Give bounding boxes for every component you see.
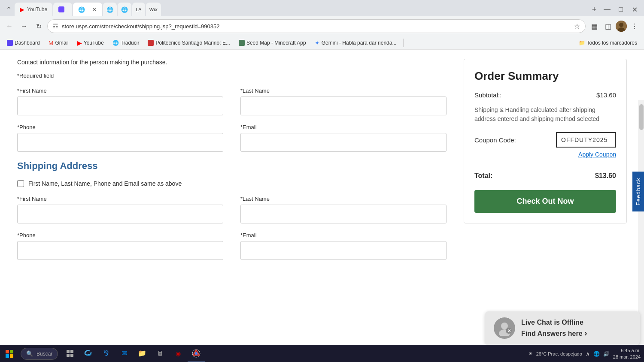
shipping-email-input[interactable] [240,241,447,260]
taskbar-app-6[interactable]: ◉ [170,345,187,362]
taskbar-view-button[interactable] [61,345,79,362]
same-as-above-checkbox[interactable] [17,180,24,187]
phone-input[interactable] [17,133,223,152]
globe-icon-1: 🌐 [106,6,113,13]
last-name-input[interactable] [240,97,447,115]
total-row: Total: $13.60 [474,172,616,180]
youtube-icon: ▶ [77,39,82,46]
bookmark-translate[interactable]: 🌐 Traducir [109,39,143,47]
bookmark-youtube[interactable]: ▶ YouTube [74,38,107,48]
contact-name-row: *First Name *Last Name [17,87,447,115]
close-button[interactable]: ✕ [629,3,641,15]
coupon-label: Coupon Code: [474,136,556,144]
tab-youtube[interactable]: ▶ YouTube [15,3,52,16]
shipping-address-title: Shipping Address [17,160,447,172]
globe-icon-2: 🌐 [121,6,128,13]
edge-icon [84,349,92,358]
phone-group: *Phone [17,124,223,152]
chrome-icon [192,349,200,358]
cast-button[interactable]: ▦ [588,20,600,32]
taskbar-clock[interactable]: 6:45 a.m. 28 mar. 2024 [613,347,641,360]
email-group: *Email [240,124,447,152]
shipping-phone-group: *Phone [17,232,223,260]
taskbar-edge-button[interactable] [79,345,97,362]
address-bar[interactable]: ☶ store.usps.com/store/checkout/shipping… [47,19,586,33]
tab-extra-1[interactable]: 🌐 [103,3,117,16]
bookmark-seedmap[interactable]: Seed Map - Minecraft App [235,39,310,47]
bookmarks-separator [403,39,404,47]
bookmark-star-icon[interactable]: ☆ [574,22,580,30]
taskbar-chrome-button[interactable] [188,345,205,362]
coupon-input[interactable] [556,132,616,148]
shipping-phone-label: *Phone [17,232,223,238]
taskbar-calculator-button[interactable]: 🖩 [152,345,169,362]
politecnico-icon [148,40,154,46]
tab-proton[interactable] [53,3,72,16]
taskbar-bluetooth-button[interactable]: ⅋ [97,345,115,362]
minimize-button[interactable]: — [601,3,613,15]
chat-icon-circle: ✕ [494,317,515,339]
svg-rect-14 [70,354,73,357]
shipping-first-name-label: *First Name [17,196,223,202]
checkout-button[interactable]: Check Out Now [474,190,616,213]
bookmark-politecnico[interactable]: Politécnico Santiago Mariño: E... [144,39,233,47]
gmail-icon: M [49,39,54,46]
weather-icon: ☀ [529,351,533,356]
apply-coupon-button[interactable]: Apply Coupon [474,151,616,158]
svg-rect-10 [10,354,13,358]
tab-usps[interactable]: 🌐 ✕ [73,3,102,16]
shipping-last-name-input[interactable] [240,205,447,223]
bookmark-politecnico-label: Politécnico Santiago Mariño: E... [155,40,230,46]
weather-text: 26°C Prac. despejado [536,351,582,356]
menu-button[interactable]: ⋮ [629,20,641,32]
tab-extra-2[interactable]: 🌐 [118,3,131,16]
nav-right-icons: ▦ ◫ ⋮ [588,20,641,32]
chat-offline-title: Live Chat is Offline [521,319,631,326]
window-controls: — □ ✕ [601,3,641,15]
email-input[interactable] [240,133,447,152]
translate-icon: 🌐 [112,40,119,46]
refresh-button[interactable]: ↻ [33,20,45,32]
folder-icon: 📁 [579,40,585,46]
same-as-above-row: First Name, Last Name, Phone and Email s… [17,180,447,187]
shipping-phone-input[interactable] [17,241,223,260]
bookmark-gmail[interactable]: M Gmail [45,38,72,48]
tab-extra-4[interactable]: Wix [146,3,161,16]
bookmark-gemini[interactable]: ✦ Gemini - Habla para dar rienda... [311,38,400,48]
right-scrollbar[interactable] [638,100,644,345]
scrollbar-thumb[interactable] [639,104,644,130]
bookmark-all[interactable]: 📁 Todos los marcadores [575,39,641,47]
new-tab-button[interactable]: + [588,3,600,15]
svg-rect-9 [6,354,9,358]
taskbar-folder-button[interactable]: 📁 [134,345,151,362]
tab-close-usps[interactable]: ✕ [92,6,97,13]
shipping-first-name-input[interactable] [17,205,223,223]
tab-extra-3[interactable]: LA [132,3,145,16]
forward-button[interactable]: → [18,20,30,32]
subtotal-value: $13.60 [596,91,616,99]
bookmark-dashboard-label: Dashboard [15,40,40,46]
bookmarks-bar: Dashboard M Gmail ▶ YouTube 🌐 Traducir P… [0,36,644,50]
shipping-email-group: *Email [240,232,447,260]
task-view-icon [66,350,74,357]
back-button[interactable]: ← [3,20,15,32]
windows-logo-icon [6,350,13,358]
bookmark-dashboard[interactable]: Dashboard [3,39,43,47]
taskbar-search-box[interactable]: 🔍 Buscar [21,348,58,360]
sidebar-button[interactable]: ◫ [602,20,614,32]
first-name-input[interactable] [17,97,223,115]
bookmark-translate-label: Traducir [121,40,140,46]
tab-dropdown[interactable]: ⌃ [3,4,14,15]
shipping-first-name-group: *First Name [17,196,223,223]
maximize-button[interactable]: □ [615,3,627,15]
last-name-group: *Last Name [240,87,447,115]
svg-text:✕: ✕ [507,329,511,333]
proton-tab-icon [58,6,64,12]
profile-avatar[interactable] [616,21,627,32]
feedback-tab[interactable]: Feedback [632,172,644,211]
bookmark-all-label: Todos los marcadores [587,40,637,46]
taskbar-sys-tray: ☀ 26°C Prac. despejado ∧ 🌐 🔊 6:45 a.m. 2… [529,347,644,360]
start-button[interactable] [0,345,19,362]
taskbar-mail-button[interactable]: ✉ [115,345,133,362]
live-chat-widget[interactable]: ✕ Live Chat is Offline Find Answers here… [485,311,640,345]
